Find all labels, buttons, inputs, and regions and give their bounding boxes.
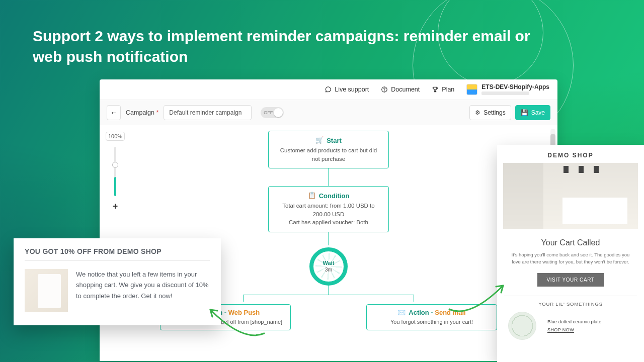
account-switcher[interactable]: ETS-DEV-SHopify-Apps	[466, 84, 549, 95]
toggle-label: OFF	[264, 110, 273, 115]
back-button[interactable]: ←	[107, 105, 121, 120]
editor-toolbar: ← Campaign * Default reminder campaign O…	[100, 100, 557, 125]
save-button[interactable]: 💾 Save	[515, 105, 550, 120]
page-headline: Support 2 ways to implement reminder cam…	[33, 26, 553, 67]
account-sublabel-placeholder	[481, 92, 529, 95]
svg-point-1	[384, 91, 385, 92]
campaign-enabled-toggle[interactable]: OFF	[261, 107, 284, 118]
node-action-sendmail-body: You forgot something in your cart!	[372, 319, 492, 325]
node-start-body: Customer add products to cart but did no…	[276, 146, 381, 163]
email-product-text: Blue dotted ceramic plate SHOP NOW	[547, 319, 601, 333]
gear-icon: ⚙	[475, 109, 480, 116]
node-condition-title: Condition	[319, 192, 350, 200]
help-icon	[381, 86, 388, 93]
toggle-knob	[274, 108, 283, 117]
node-wait-value: 3m	[323, 266, 335, 273]
settings-button[interactable]: ⚙ Settings	[469, 105, 511, 120]
store-icon	[466, 84, 477, 95]
account-name: ETS-DEV-SHopify-Apps	[481, 84, 549, 90]
node-start[interactable]: 🛒Start Customer add products to cart but…	[268, 131, 389, 168]
plan-label: Plan	[442, 86, 454, 93]
chat-icon	[325, 86, 332, 93]
webpush-preview-image	[25, 269, 68, 312]
arrow-to-email	[447, 282, 507, 317]
email-preview-card: DEMO SHOP Your Cart Called It's hoping y…	[497, 145, 644, 362]
cart-icon: 🛒	[315, 136, 324, 144]
live-support-label: Live support	[335, 86, 369, 93]
save-icon: 💾	[521, 109, 528, 116]
campaign-label: Campaign *	[126, 109, 158, 116]
email-cta-button[interactable]: VISIT YOUR CART	[537, 273, 603, 287]
webpush-preview-title: YOU GOT 10% OFF FROM DEMO SHOP	[25, 247, 210, 261]
trophy-icon	[432, 86, 439, 93]
email-subhead: YOUR LIL' SOMETHINGS	[504, 296, 637, 307]
zoom-slider[interactable]	[114, 147, 116, 196]
node-condition[interactable]: 📋Condition Total cart amount: from 1.00 …	[268, 186, 389, 232]
webpush-preview-body: We notice that you left a few items in y…	[76, 269, 210, 312]
campaign-name-input[interactable]: Default reminder campaign	[164, 105, 252, 120]
zoom-percent-badge[interactable]: 100%	[106, 132, 125, 141]
document-label: Document	[391, 86, 420, 93]
email-lead: It's hoping you'll come back and see it.…	[497, 251, 644, 266]
email-hero-image	[503, 163, 638, 229]
email-product-image	[508, 312, 536, 340]
zoom-controls: 100% +	[107, 132, 124, 212]
settings-label: Settings	[484, 109, 505, 116]
node-wait-title: Wait	[323, 260, 335, 266]
zoom-in-button[interactable]: +	[113, 201, 118, 212]
arrow-to-webpush	[206, 306, 267, 341]
email-heading: Your Cart Called	[497, 238, 644, 247]
save-label: Save	[531, 109, 545, 116]
node-condition-body: Total cart amount: from 1.00 USD to 200.…	[276, 202, 381, 227]
node-wait[interactable]: Wait 3m	[309, 247, 348, 286]
webpush-preview-card: YOU GOT 10% OFF FROM DEMO SHOP We notice…	[14, 238, 221, 325]
live-support-link[interactable]: Live support	[325, 86, 369, 93]
email-brand: DEMO SHOP	[497, 152, 644, 159]
document-link[interactable]: Document	[381, 86, 420, 93]
email-product-name: Blue dotted ceramic plate	[547, 319, 601, 324]
node-start-title: Start	[327, 137, 342, 144]
mail-icon: ✉️	[397, 309, 406, 317]
email-shop-now-link[interactable]: SHOP NOW	[547, 327, 574, 333]
plan-link[interactable]: Plan	[432, 86, 454, 93]
topbar: Live support Document Plan ETS-DEV-SHopi…	[100, 79, 557, 100]
clipboard-icon: 📋	[308, 192, 316, 200]
